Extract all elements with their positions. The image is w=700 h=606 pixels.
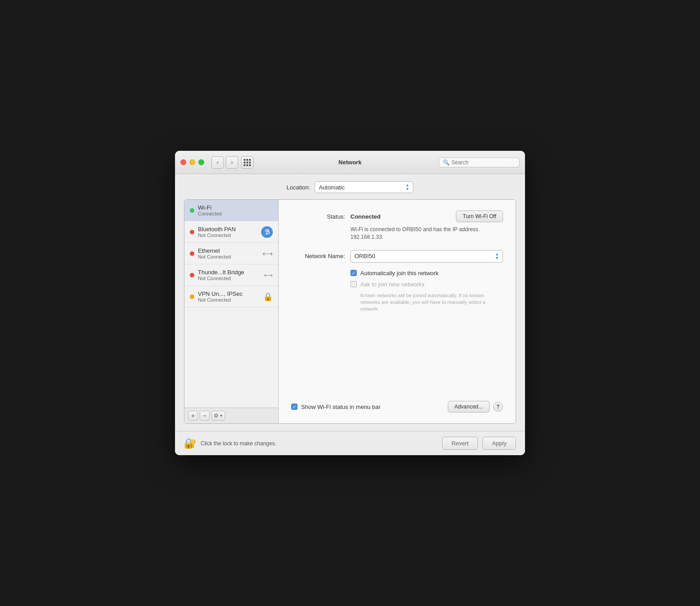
network-item-vpn[interactable]: VPN Un..., IPSec Not Connected 🔒 [184,286,278,307]
location-row: Location: Automatic ▲ ▼ [184,181,516,193]
network-item-bluetooth-info: Bluetooth PAN Not Connected [198,226,258,238]
forward-button[interactable]: › [226,156,238,169]
search-input[interactable] [451,159,516,166]
network-name-row: Network Name: ORBI50 ▲ ▼ [291,250,503,263]
network-item-vpn-info: VPN Un..., IPSec Not Connected [198,290,263,303]
window-footer: 🔐 Click the lock to make changes. Revert… [175,431,525,455]
network-name-label: Network Name: [291,253,345,259]
bluetooth-circle: ℬ [261,226,273,238]
status-value: Connected [350,213,456,220]
hint-text: Known networks will be joined automatica… [360,292,495,313]
location-arrows: ▲ ▼ [405,183,409,191]
ask-join-row: Ask to join new networks [350,281,503,288]
search-box[interactable]: 🔍 [439,158,520,167]
down-arrow-icon: ▼ [495,256,499,260]
down-arrow-icon: ▼ [405,187,409,191]
bluetooth-icon: ℬ [261,226,273,238]
status-row: Status: Connected Turn Wi-Fi Off [291,211,503,222]
apply-button[interactable]: Apply [482,437,516,450]
network-item-thunderbolt-info: Thunde...It Bridge Not Connected [198,269,261,281]
network-item-bluetooth[interactable]: Bluetooth PAN Not Connected ℬ [184,221,278,243]
ethernet-icon: ⟷ [262,249,273,258]
location-value: Automatic [319,184,402,191]
lock-area[interactable]: 🔐 Click the lock to make changes. [184,438,276,449]
network-name-value: ORBI50 [354,253,492,259]
back-button[interactable]: ‹ [211,156,224,169]
remove-icon: − [203,412,206,419]
network-list: Wi-Fi Connected [184,200,279,423]
remove-network-button[interactable]: − [200,411,210,421]
panels-row: Wi-Fi Connected [184,199,516,424]
status-dot-thunderbolt [190,273,194,277]
traffic-lights [180,159,204,165]
lock-icon: 🔐 [184,438,196,449]
maximize-button[interactable] [198,159,204,165]
network-preferences-window: ‹ › Network 🔍 Location: Automatic [175,151,525,455]
status-dot-wifi [190,208,194,213]
gear-dropdown-icon: ▼ [219,414,223,418]
status-description: Wi-Fi is connected to ORBI50 and has the… [350,226,485,241]
thunderbolt-icon: ⟷ [264,272,273,279]
search-icon: 🔍 [443,159,450,166]
window-title: Network [338,159,361,166]
detail-bottom: ✓ Show Wi-Fi status in menu bar Advanced… [291,401,503,413]
auto-join-checkbox[interactable]: ✓ [350,270,357,276]
show-wifi-label: Show Wi-Fi status in menu bar [301,404,381,410]
network-item-ethernet-status: Not Connected [198,254,260,259]
status-dot-vpn [190,294,194,299]
show-wifi-checkbox[interactable]: ✓ [291,404,298,410]
status-dot-ethernet [190,251,194,256]
vpn-lock-icon: 🔒 [263,292,273,302]
network-list-toolbar: + − ⚙ ▼ [184,408,278,423]
show-wifi-row: ✓ Show Wi-Fi status in menu bar [291,404,448,410]
gear-icon: ⚙ [214,413,219,419]
gear-menu-button[interactable]: ⚙ ▼ [211,411,225,421]
network-item-ethernet[interactable]: Ethernet Not Connected ⟷ [184,243,278,264]
grid-button[interactable] [241,156,254,169]
advanced-button[interactable]: Advanced... [448,401,490,413]
revert-button[interactable]: Revert [442,437,478,450]
network-item-vpn-status: Not Connected [198,297,263,303]
main-content: Location: Automatic ▲ ▼ Wi-Fi [175,174,525,431]
back-icon: ‹ [217,159,219,166]
location-label: Location: [287,184,311,191]
status-label: Status: [291,213,345,220]
turn-wifi-button[interactable]: Turn Wi-Fi Off [456,211,503,222]
close-button[interactable] [180,159,186,165]
auto-join-label: Automatically join this network [360,270,438,277]
add-icon: + [191,412,195,419]
auto-join-row[interactable]: ✓ Automatically join this network [350,270,503,277]
network-item-thunderbolt-status: Not Connected [198,276,261,281]
network-item-wifi-status: Connected [198,211,270,216]
network-name-arrows: ▲ ▼ [495,252,499,260]
detail-panel: Status: Connected Turn Wi-Fi Off Wi-Fi i… [279,200,516,423]
status-dot-bluetooth [190,230,194,234]
add-network-button[interactable]: + [188,411,198,421]
network-item-wifi-name: Wi-Fi [198,204,270,211]
network-item-thunderbolt[interactable]: Thunde...It Bridge Not Connected ⟷ [184,264,278,286]
ask-join-checkbox[interactable] [350,281,357,287]
network-item-bluetooth-status: Not Connected [198,233,258,238]
network-item-ethernet-info: Ethernet Not Connected [198,247,260,259]
minimize-button[interactable] [189,159,195,165]
footer-actions: Revert Apply [442,437,516,450]
network-item-ethernet-name: Ethernet [198,247,260,254]
forward-icon: › [231,159,233,166]
network-item-thunderbolt-name: Thunde...It Bridge [198,269,261,276]
network-item-wifi[interactable]: Wi-Fi Connected [184,200,278,221]
network-items: Wi-Fi Connected [184,200,278,408]
network-item-bluetooth-name: Bluetooth PAN [198,226,258,233]
detail-actions: Advanced... ? [448,401,503,413]
network-item-wifi-info: Wi-Fi Connected [198,204,270,216]
titlebar: ‹ › Network 🔍 [175,151,525,174]
location-select[interactable]: Automatic ▲ ▼ [315,181,413,193]
ask-join-label: Ask to join new networks [360,281,424,288]
network-item-vpn-name: VPN Un..., IPSec [198,290,263,297]
grid-icon [244,159,251,166]
network-name-select[interactable]: ORBI50 ▲ ▼ [350,250,503,263]
lock-text: Click the lock to make changes. [201,440,276,447]
nav-buttons: ‹ › [211,156,238,169]
help-button[interactable]: ? [493,402,503,412]
